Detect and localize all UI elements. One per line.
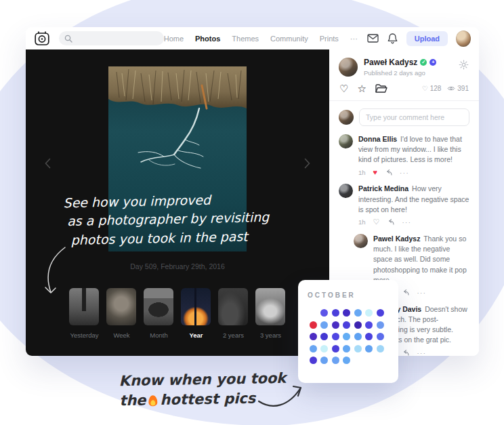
timeline-thumb-year[interactable]: Year [181, 288, 211, 339]
add-to-collection-folder-icon[interactable] [375, 84, 387, 94]
calendar-day-dot[interactable] [320, 309, 328, 317]
upload-button[interactable]: Upload [406, 31, 448, 46]
calendar-day-dot[interactable] [365, 333, 373, 340]
views-count: 391 [447, 85, 469, 92]
tookapic-logo-icon[interactable] [34, 31, 50, 47]
calendar-day-dot[interactable] [320, 333, 328, 340]
search-icon [64, 35, 72, 43]
calendar-day-dot[interactable] [332, 309, 339, 317]
commenter-name[interactable]: Pawel Kadysz [373, 235, 420, 243]
comment-input[interactable] [359, 108, 469, 126]
comment-like-heart-icon[interactable]: ♡ [373, 218, 380, 226]
author-avatar[interactable] [339, 58, 358, 77]
timeline-thumb-2-years[interactable]: 2 years [218, 288, 249, 339]
navbar: HomePhotosThemesCommunityPrints··· Uploa… [26, 27, 479, 49]
search-bar[interactable] [59, 31, 164, 45]
calendar-day-dot[interactable] [354, 333, 362, 340]
comment: Donna Ellis I'd love to have that view f… [339, 134, 469, 177]
comment-reply-icon[interactable] [402, 350, 409, 356]
nav-item-community[interactable]: Community [270, 35, 308, 43]
nav-item-home[interactable]: Home [164, 35, 184, 43]
comment-like-heart-icon[interactable]: ♥ [373, 169, 378, 176]
timeline-thumbnails: YesterdayWeekMonthYear2 years3 years [26, 288, 329, 339]
calendar-day-dot[interactable] [310, 333, 317, 340]
messages-icon[interactable] [367, 34, 379, 43]
thumbnail-label: 2 years [218, 331, 249, 339]
search-input[interactable] [76, 34, 159, 43]
calendar-day-dot[interactable] [343, 333, 350, 340]
calendar-day-dot[interactable] [332, 333, 339, 340]
timeline-thumb-yesterday[interactable]: Yesterday [69, 288, 100, 339]
eye-icon [447, 85, 455, 92]
curved-arrow-up-icon [256, 378, 309, 413]
commenter-name[interactable]: Donna Ellis [358, 135, 397, 143]
comment-reply-icon[interactable] [387, 219, 394, 225]
composer-avatar [339, 110, 354, 125]
calendar-day-dot[interactable] [310, 321, 317, 329]
gear-icon[interactable] [457, 58, 470, 73]
calendar-day-dot[interactable] [343, 309, 350, 317]
author-name[interactable]: Paweł Kadysz [364, 58, 417, 67]
commenter-avatar[interactable] [339, 134, 353, 148]
comment-more-icon[interactable]: ··· [417, 348, 426, 356]
timeline-thumb-week[interactable]: Week [106, 288, 137, 339]
calendar-day-dot[interactable] [320, 321, 328, 329]
like-heart-icon[interactable]: ♡ [339, 83, 348, 94]
calendar-day-dot[interactable] [377, 333, 384, 340]
thumbnail-image[interactable] [69, 288, 99, 325]
commenter-name[interactable]: Patrick Medina [358, 184, 408, 193]
calendar-month-title: OCTOBER [308, 291, 389, 299]
thumbnail-image[interactable] [218, 288, 248, 325]
calendar-day-dot[interactable] [354, 345, 362, 352]
calendar-day-dot[interactable] [365, 345, 373, 352]
calendar-day-dot[interactable] [365, 309, 373, 317]
calendar-day-dot[interactable] [365, 321, 373, 329]
thumbnail-image[interactable] [181, 288, 211, 325]
thumbnail-image[interactable] [106, 288, 136, 325]
next-photo-chevron[interactable] [301, 155, 313, 174]
notifications-bell-icon[interactable] [387, 33, 398, 44]
comment-reply-icon[interactable] [385, 169, 392, 176]
calendar-day-dot[interactable] [377, 309, 384, 317]
calendar-day-dot[interactable] [343, 345, 350, 352]
app-window: HomePhotosThemesCommunityPrints··· Uploa… [26, 27, 479, 356]
calendar-day-dot[interactable] [310, 357, 317, 364]
calendar-day-dot[interactable] [343, 321, 350, 329]
comment-more-icon[interactable]: ··· [417, 288, 426, 298]
calendar-day-dot[interactable] [354, 309, 362, 317]
plus-badge-icon: + [429, 59, 436, 66]
calendar-dot-grid [308, 307, 389, 367]
favorite-star-icon[interactable]: ☆ [357, 83, 366, 94]
calendar-day-dot[interactable] [332, 321, 339, 329]
thumbnail-image[interactable] [144, 288, 173, 325]
thumbnail-label: Month [144, 331, 174, 339]
commenter-avatar[interactable] [354, 234, 368, 248]
author-header: Paweł Kadysz ✓ + Published 2 days ago [329, 49, 479, 82]
nav-item-[interactable]: ··· [350, 35, 358, 43]
calendar-day-dot[interactable] [354, 321, 362, 329]
verified-check-badge-icon: ✓ [420, 59, 427, 66]
timeline-thumb-month[interactable]: Month [144, 288, 174, 339]
commenter-avatar[interactable] [339, 184, 353, 198]
comment-more-icon[interactable]: ··· [400, 168, 409, 178]
nav-item-prints[interactable]: Prints [320, 35, 339, 43]
calendar-day-dot[interactable] [343, 357, 350, 364]
previous-photo-chevron[interactable] [42, 155, 54, 174]
calendar-day-dot[interactable] [332, 345, 339, 352]
calendar-day-dot[interactable] [320, 357, 328, 364]
calendar-day-dot[interactable] [377, 345, 384, 352]
thumbnail-image[interactable] [255, 288, 285, 325]
calendar-day-dot[interactable] [377, 321, 384, 329]
page: HomePhotosThemesCommunityPrints··· Uploa… [0, 0, 504, 425]
main-content: See how you improved as a photographer b… [26, 49, 479, 356]
nav-item-themes[interactable]: Themes [232, 35, 259, 43]
nav-item-photos[interactable]: Photos [195, 35, 220, 43]
comment-reply-icon[interactable] [402, 289, 409, 296]
thumbnail-label: Year [181, 331, 211, 339]
timeline-thumb-3-years[interactable]: 3 years [255, 288, 286, 339]
calendar-day-dot[interactable] [332, 357, 339, 364]
comment-more-icon[interactable]: ··· [402, 218, 411, 227]
user-avatar[interactable] [456, 31, 471, 47]
calendar-day-dot[interactable] [320, 345, 328, 352]
calendar-day-dot[interactable] [310, 345, 317, 352]
